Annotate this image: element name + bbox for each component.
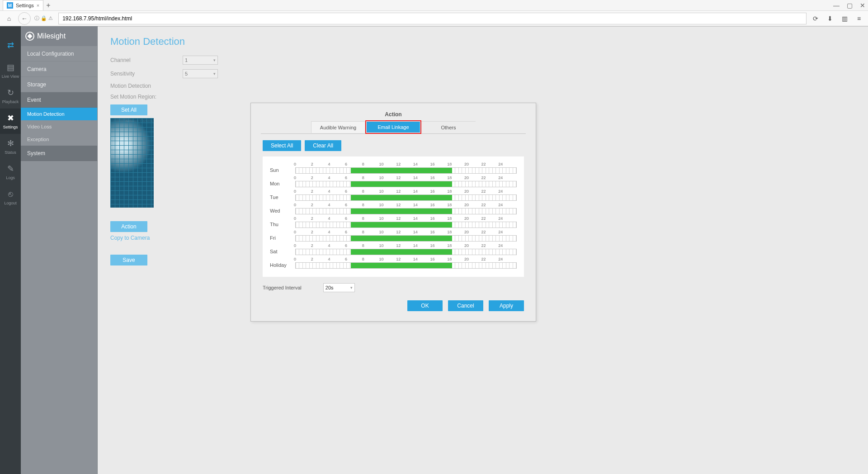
- schedule-track-holiday[interactable]: [295, 262, 517, 269]
- schedule-fill: [351, 209, 452, 214]
- browser-tab-strip: M Settings × + — ▢ ✕: [0, 0, 868, 11]
- close-tab-icon[interactable]: ×: [37, 3, 39, 8]
- day-label-thu: Thu: [270, 222, 295, 228]
- schedule-fill: [351, 249, 452, 255]
- schedule-track-fri[interactable]: [295, 235, 517, 242]
- schedule-track-sat[interactable]: [295, 249, 517, 255]
- spinner-icon: ✻: [7, 138, 14, 148]
- schedule-fill: [351, 168, 452, 173]
- menu-icon[interactable]: ≡: [854, 13, 864, 24]
- schedule-fill: [351, 181, 452, 187]
- rail-item-logs[interactable]: ✎Logs: [0, 159, 21, 185]
- schedule-track-wed[interactable]: [295, 208, 517, 214]
- day-label-sat: Sat: [270, 249, 295, 255]
- nav-event[interactable]: Event: [21, 92, 97, 108]
- monitor-icon: ▤: [7, 62, 14, 72]
- browser-tab[interactable]: M Settings ×: [3, 0, 43, 10]
- side-nav: Milesight Local Configuration Camera Sto…: [21, 26, 98, 474]
- note-icon: ✎: [7, 164, 14, 174]
- day-label-sun: Sun: [270, 167, 295, 174]
- sensitivity-label: Sensitivity: [110, 71, 183, 77]
- action-modal: Action Audible Warning Email Linkage Oth…: [250, 103, 536, 322]
- day-label-tue: Tue: [270, 194, 295, 201]
- ok-button[interactable]: OK: [407, 300, 443, 311]
- brand-header: Milesight: [21, 26, 97, 46]
- camera-grid-overlay: [110, 118, 154, 208]
- page-title: Motion Detection: [110, 36, 855, 47]
- chevron-down-icon: ▾: [213, 71, 216, 76]
- tab-audible-warning[interactable]: Audible Warning: [311, 121, 365, 133]
- cancel-button[interactable]: Cancel: [448, 300, 483, 311]
- rail-item-playback[interactable]: ↻Playback: [0, 83, 21, 109]
- nav-exception[interactable]: Exception: [21, 133, 97, 146]
- close-window-icon[interactable]: ✕: [860, 2, 865, 9]
- channel-select[interactable]: 1▾: [183, 56, 218, 65]
- home-icon[interactable]: ⌂: [4, 13, 14, 24]
- nav-motion-detection[interactable]: Motion Detection: [21, 108, 97, 120]
- day-label-holiday: Holiday: [270, 262, 295, 269]
- region-label: Set Motion Region:: [110, 94, 183, 100]
- refresh-icon: ↻: [7, 88, 14, 98]
- schedule-fill: [351, 236, 452, 241]
- day-label-mon: Mon: [270, 181, 295, 187]
- swap-icon: ⇄: [7, 40, 14, 50]
- back-icon[interactable]: ←: [18, 12, 31, 25]
- clear-all-button[interactable]: Clear All: [305, 140, 341, 151]
- action-button[interactable]: Action: [110, 221, 147, 232]
- chevron-down-icon: ▾: [350, 285, 353, 290]
- minimize-icon[interactable]: —: [833, 2, 840, 9]
- select-all-button[interactable]: Select All: [263, 140, 301, 151]
- set-all-button[interactable]: Set All: [110, 104, 147, 115]
- triggered-interval-select[interactable]: 20s ▾: [323, 283, 355, 292]
- app-root: ⇄ ▤Live View ↻Playback ✖Settings ✻Status…: [0, 26, 868, 474]
- rail-item-connect[interactable]: ⇄: [0, 33, 21, 58]
- maximize-icon[interactable]: ▢: [847, 2, 853, 9]
- reload-icon[interactable]: ⟳: [810, 13, 821, 24]
- content-area: Motion Detection Channel 1▾ Sensitivity …: [98, 26, 868, 474]
- nav-storage[interactable]: Storage: [21, 77, 97, 92]
- schedule-track-sun[interactable]: [295, 167, 517, 174]
- schedule-fill: [351, 195, 452, 200]
- rail-item-liveview[interactable]: ▤Live View: [0, 58, 21, 83]
- schedule-fill: [351, 263, 452, 268]
- modal-title: Action: [263, 111, 524, 118]
- schedule-track-tue[interactable]: [295, 194, 517, 201]
- brand-name: Milesight: [37, 32, 66, 40]
- icon-rail: ⇄ ▤Live View ↻Playback ✖Settings ✻Status…: [0, 26, 21, 474]
- sensitivity-select[interactable]: 5▾: [183, 69, 218, 78]
- schedule-track-mon[interactable]: [295, 181, 517, 187]
- schedule-fill: [351, 222, 452, 228]
- save-button[interactable]: Save: [110, 255, 147, 265]
- nav-system[interactable]: System: [21, 146, 97, 161]
- new-tab-button[interactable]: +: [46, 1, 50, 9]
- security-icons: ⓘ 🔒 ⚠: [34, 15, 53, 22]
- tab-favicon: M: [7, 2, 13, 9]
- nav-video-loss[interactable]: Video Loss: [21, 120, 97, 133]
- rail-item-logout[interactable]: ⎋Logout: [0, 185, 21, 210]
- address-bar-row: ⌂ ← ⓘ 🔒 ⚠ ⟳ ⬇ ▥ ≡: [0, 11, 868, 26]
- nav-camera[interactable]: Camera: [21, 62, 97, 77]
- url-input[interactable]: [58, 13, 807, 24]
- rail-item-status[interactable]: ✻Status: [0, 134, 21, 159]
- reader-icon[interactable]: ▥: [839, 13, 850, 24]
- tab-others[interactable]: Others: [421, 121, 476, 133]
- schedule-track-thu[interactable]: [295, 222, 517, 228]
- copy-to-camera-link[interactable]: Copy to Camera: [110, 235, 150, 241]
- window-controls: — ▢ ✕: [833, 2, 865, 9]
- motion-label: Motion Detection: [110, 83, 183, 89]
- day-label-fri: Fri: [270, 235, 295, 242]
- triggered-interval-label: Triggered Interval: [263, 285, 302, 290]
- download-icon[interactable]: ⬇: [825, 13, 835, 24]
- camera-preview[interactable]: Network Camera: [110, 118, 154, 208]
- chevron-down-icon: ▾: [213, 58, 216, 62]
- day-label-wed: Wed: [270, 208, 295, 214]
- nav-local-config[interactable]: Local Configuration: [21, 46, 97, 62]
- schedule-grid: Sun024681012141618202224Mon0246810121416…: [263, 156, 524, 277]
- exit-icon: ⎋: [8, 190, 13, 199]
- tools-icon: ✖: [7, 113, 14, 123]
- apply-button[interactable]: Apply: [489, 300, 524, 311]
- tab-title: Settings: [16, 3, 34, 8]
- rail-item-settings[interactable]: ✖Settings: [0, 109, 21, 134]
- tab-email-linkage[interactable]: Email Linkage: [365, 120, 421, 134]
- modal-tab-row: Audible Warning Email Linkage Others: [261, 121, 526, 134]
